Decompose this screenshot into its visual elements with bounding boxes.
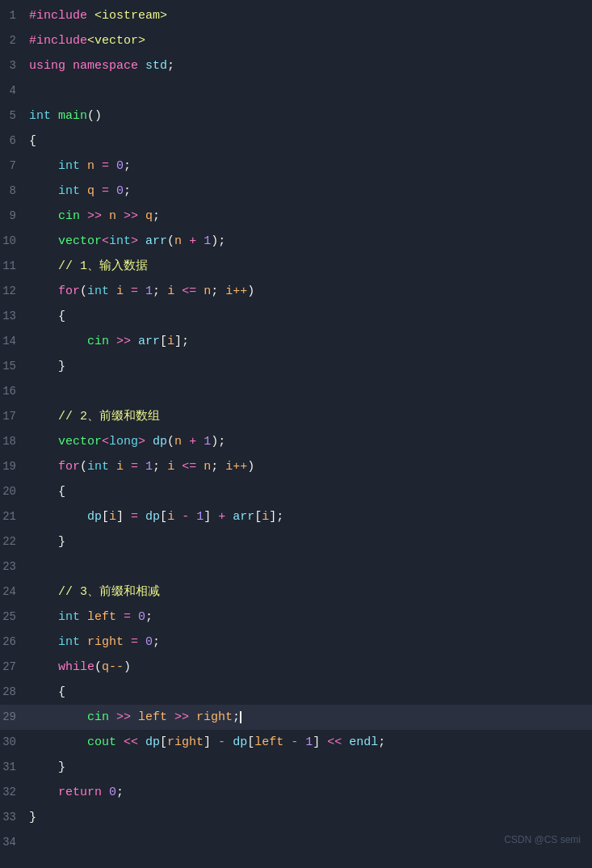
token: dp — [87, 510, 102, 524]
token: i — [109, 510, 116, 524]
token: + — [218, 510, 233, 524]
line-content: cin >> n >> q; — [29, 204, 592, 229]
token: right — [167, 735, 204, 749]
token: { — [29, 134, 36, 148]
token: <= — [182, 284, 204, 298]
line-number: 1 — [0, 3, 29, 27]
token: <= — [182, 460, 204, 474]
line-content: #include <iostream> — [29, 4, 592, 28]
line-number: 8 — [0, 179, 29, 203]
line-number: 20 — [0, 479, 29, 504]
token — [29, 284, 58, 298]
code-line: 34 — [0, 830, 592, 855]
code-line: 26 int right = 0; — [0, 630, 592, 655]
line-content: { — [29, 305, 592, 329]
token: i — [116, 460, 131, 474]
token — [29, 761, 58, 774]
token: ] — [116, 510, 131, 524]
token: = — [102, 159, 116, 173]
line-number: 23 — [0, 554, 29, 579]
token: q — [87, 184, 102, 198]
token: dp — [145, 510, 160, 524]
line-content: int main() — [29, 104, 592, 129]
code-line: 6{ — [0, 129, 592, 154]
code-line: 14 cin >> arr[i]; — [0, 329, 592, 354]
line-number: 29 — [0, 705, 29, 729]
line-content: int left = 0; — [29, 605, 592, 630]
line-content: { — [29, 129, 592, 154]
line-content: cout << dp[right] - dp[left - 1] << endl… — [29, 731, 592, 755]
line-number: 32 — [0, 780, 29, 804]
line-content: } — [29, 806, 592, 830]
line-number: 4 — [0, 78, 29, 103]
token: i — [167, 460, 182, 474]
token: n — [174, 435, 189, 449]
line-number: 2 — [0, 28, 29, 53]
code-line: 31 } — [0, 755, 592, 780]
token: } — [58, 360, 65, 373]
token: ; — [218, 234, 225, 248]
line-content — [29, 79, 592, 103]
token: = — [131, 635, 145, 649]
token: n — [174, 234, 189, 248]
code-line: 32 return 0; — [0, 780, 592, 805]
token: int — [58, 159, 87, 173]
token: ; — [124, 184, 131, 198]
line-number: 31 — [0, 755, 29, 779]
token: <iostream> — [94, 9, 167, 23]
token: [ — [254, 510, 262, 524]
line-number: 14 — [0, 329, 29, 353]
token: dp — [153, 435, 167, 449]
line-content: int right = 0; — [29, 630, 592, 655]
token: 0 — [145, 635, 153, 649]
token: ; — [211, 284, 225, 298]
line-number: 17 — [0, 404, 29, 428]
line-content: } — [29, 355, 592, 379]
token: i++ — [225, 460, 247, 474]
line-content: #include<vector> — [29, 29, 592, 53]
token — [29, 360, 58, 373]
code-line: 5int main() — [0, 103, 592, 129]
token: int — [87, 284, 116, 298]
line-number: 24 — [0, 579, 29, 604]
token: dp — [145, 735, 160, 749]
token: } — [58, 535, 65, 549]
code-line: 19 for(int i = 1; i <= n; i++) — [0, 454, 592, 479]
token: vector — [58, 234, 102, 248]
token: cin — [58, 209, 87, 223]
token: << — [124, 735, 145, 749]
line-content — [29, 380, 592, 404]
token: for — [58, 284, 80, 298]
token: ) — [247, 460, 254, 474]
line-content: vector<long> dp(n + 1); — [29, 430, 592, 454]
line-number: 26 — [0, 630, 29, 654]
token: dp — [233, 735, 247, 749]
token: i++ — [225, 284, 247, 298]
token: ; — [378, 735, 385, 749]
token: arr — [138, 335, 160, 348]
line-number: 21 — [0, 504, 29, 529]
token: [ — [247, 735, 254, 749]
token: ; — [167, 59, 174, 73]
token: ] — [204, 510, 218, 524]
line-content: return 0; — [29, 781, 592, 805]
code-line: 17 // 2、前缀和数组 — [0, 404, 592, 429]
token: () — [87, 109, 102, 123]
code-line: 3using namespace std; — [0, 53, 592, 78]
token: ; — [182, 335, 189, 348]
token — [29, 786, 58, 799]
token: i — [167, 335, 174, 348]
token — [29, 234, 58, 248]
token: vector — [58, 435, 102, 449]
line-content — [29, 555, 592, 579]
token: ( — [94, 660, 102, 674]
token: n — [87, 159, 102, 173]
token — [29, 159, 58, 173]
token — [29, 610, 58, 624]
token: ] — [269, 510, 276, 524]
watermark: CSDN @CS semi — [504, 828, 581, 852]
token: { — [58, 485, 65, 499]
token: < — [102, 435, 109, 449]
token: = — [131, 284, 145, 298]
token: // 2、前缀和数组 — [58, 410, 160, 423]
